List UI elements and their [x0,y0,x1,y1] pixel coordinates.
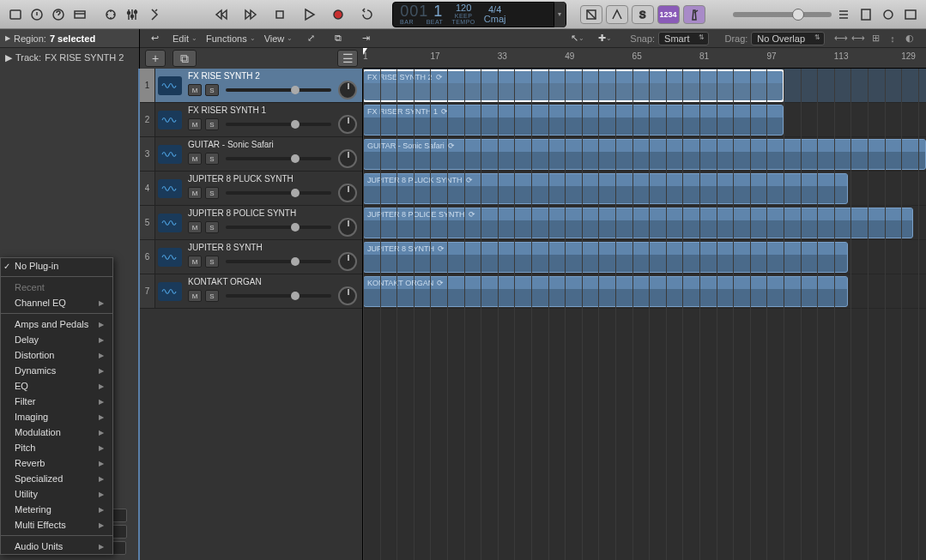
track-row[interactable]: 7KONTAKT ORGANMS [140,274,362,309]
edit-menu[interactable]: Edit⌄ [172,33,197,44]
plugin-menu[interactable]: No Plug-in Recent Channel EQ Amps and Pe… [0,257,113,555]
solo-button[interactable]: S [205,118,219,130]
back-icon[interactable]: ↩ [145,31,164,46]
quickhelp-icon[interactable] [48,4,68,25]
replace-icon[interactable] [580,5,602,24]
menu-category[interactable]: Distortion [1,347,112,363]
mute-button[interactable]: M [188,187,202,199]
cycle-button[interactable] [354,4,380,25]
region-header[interactable]: ▶ Region: 7 selected [0,29,139,48]
rewind-button[interactable] [209,4,234,25]
menu-category[interactable]: Metering [1,502,112,517]
track-row[interactable]: 5JUPITER 8 POLICE SYNTHMS [140,206,362,240]
count-in-button[interactable]: 1234 [657,5,680,24]
mute-button[interactable]: M [188,84,202,96]
zoom-h-icon[interactable]: ⟷ [833,31,849,46]
mute-button[interactable]: M [188,153,202,165]
inspector-icon[interactable] [27,4,46,25]
secondary-tool-icon[interactable]: ✚⌄ [596,31,614,46]
menu-category[interactable]: Amps and Pedals [1,316,112,332]
menu-channel-eq[interactable]: Channel EQ [1,295,112,310]
track-icon[interactable] [155,206,185,239]
loop-browser-icon[interactable] [878,4,899,25]
track-row[interactable]: 6JUPITER 8 SYNTHMS [140,240,362,274]
volume-slider[interactable] [226,226,331,229]
track-icon[interactable] [155,274,185,308]
volume-slider[interactable] [226,191,331,195]
autopunch-icon[interactable] [606,5,628,24]
audio-region[interactable]: JUPITER 8 POLICE SYNTH ⟳ [363,208,913,238]
record-button[interactable] [325,4,351,25]
mixer-icon[interactable] [123,4,142,25]
solo-button[interactable]: S [205,187,219,199]
audio-region[interactable]: JUPITER 8 SYNTH ⟳ [363,242,848,273]
menu-category[interactable]: Specialized [1,471,112,486]
menu-category[interactable]: Modulation [1,425,112,440]
pan-knob[interactable] [338,149,357,168]
ruler[interactable]: 1173349658197113129 [363,48,926,69]
volume-slider[interactable] [226,88,331,92]
menu-category[interactable]: Dynamics [1,363,112,378]
mute-button[interactable]: M [188,221,202,233]
track-icon[interactable] [155,69,185,102]
menu-category[interactable]: Imaging [1,409,112,425]
flex-icon[interactable]: ⧉ [329,31,348,46]
drag-select[interactable]: No Overlap ⇅ [751,32,825,45]
catch-icon[interactable]: ⇥ [356,31,375,46]
menu-audio-units[interactable]: Audio Units [1,539,112,554]
volume-slider[interactable] [226,157,331,160]
vertical-zoom-icon[interactable]: ↕ [885,31,900,46]
solo-button[interactable]: S [205,256,219,268]
list-editors-icon[interactable] [833,4,854,25]
track-row[interactable]: 4JUPITER 8 PLUCK SYNTHMS [140,172,362,206]
waveform-zoom-icon[interactable]: ⊞ [868,31,883,46]
lcd-display[interactable]: 001 1 BAR BEAT 120 KEEP TEMPO 4/4 Cmaj ▾ [392,2,566,27]
track-row[interactable]: 2FX RISER SYNTH 1MS [140,103,362,137]
disclosure-triangle-icon[interactable]: ▶ [5,52,12,63]
library-icon[interactable] [5,4,25,25]
mute-button[interactable]: M [188,290,202,302]
browser-icon[interactable] [900,4,921,25]
volume-slider[interactable] [226,260,331,263]
solo-icon[interactable]: S [632,5,654,24]
volume-slider[interactable] [226,294,331,298]
mute-button[interactable]: M [188,118,202,130]
audio-region[interactable]: KONTAKT ORGAN ⟳ [363,276,848,307]
mute-button[interactable]: M [188,256,202,268]
track-icon[interactable] [155,172,185,205]
master-volume-slider[interactable] [733,12,832,17]
audio-region[interactable]: FX RISER SYNTH 1 ⟳ [363,105,784,135]
menu-category[interactable]: Delay [1,332,112,347]
stop-button[interactable] [267,4,293,25]
audio-region[interactable]: FX RISE SYNTH 2 ⟳ [363,70,784,101]
automation-icon[interactable]: ⤢ [301,31,320,46]
functions-menu[interactable]: Functions⌄ [206,33,256,44]
menu-category[interactable]: EQ [1,378,112,394]
zoom-v-icon[interactable]: ⟷ [850,31,866,46]
track-header[interactable]: ▶ Track: FX RISE SYNTH 2 [0,48,139,67]
pan-knob[interactable] [338,286,357,305]
track-icon[interactable] [155,240,185,274]
track-icon[interactable] [155,103,185,136]
disclosure-triangle-icon[interactable]: ▶ [5,34,10,42]
pan-knob[interactable] [338,81,357,99]
metronome-icon[interactable] [683,5,705,24]
view-menu[interactable]: View⌄ [264,33,294,44]
forward-button[interactable] [238,4,263,25]
menu-category[interactable]: Utility [1,486,112,502]
arrange-area[interactable]: FX RISE SYNTH 2 ⟳FX RISER SYNTH 1 ⟳GUITA… [363,69,926,560]
global-tracks-button[interactable]: ☰ [337,50,358,67]
toolbar-icon[interactable] [70,4,89,25]
notepad-icon[interactable] [856,4,876,25]
duplicate-track-button[interactable]: ⧉ [172,50,197,67]
track-row[interactable]: 1FX RISE SYNTH 2MS [140,69,362,103]
smart-controls-icon[interactable] [101,4,121,25]
track-icon[interactable] [155,137,185,171]
pan-knob[interactable] [338,184,357,202]
snap-select[interactable]: Smart ⇅ [658,32,709,45]
menu-category[interactable]: Reverb [1,455,112,471]
menu-category[interactable]: Pitch [1,440,112,455]
pan-knob[interactable] [338,218,357,237]
scroll-icon[interactable]: ◐ [902,31,917,46]
menu-category[interactable]: Filter [1,394,112,409]
